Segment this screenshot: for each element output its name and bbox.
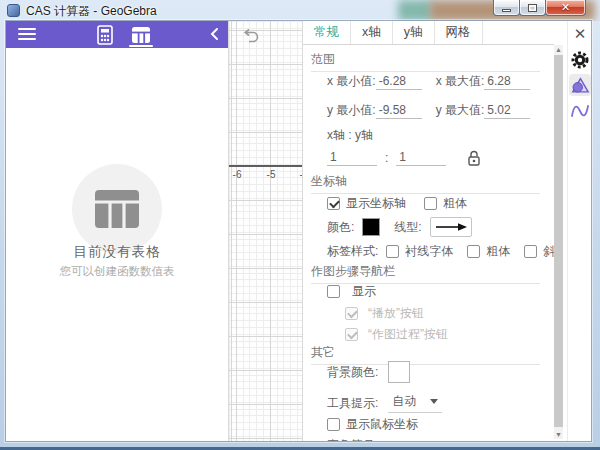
section-range: 范围 bbox=[311, 51, 540, 72]
label-bold-label: 粗体 bbox=[486, 243, 510, 260]
x-axis bbox=[229, 165, 302, 167]
serif-label: 衬线字体 bbox=[405, 243, 453, 260]
graphics-view[interactable]: -6 -5 -4 bbox=[228, 21, 302, 441]
background-color-label: 背景颜色: bbox=[327, 364, 378, 381]
cas-view-button[interactable] bbox=[92, 24, 118, 46]
y-min-label: y 最小值: bbox=[327, 102, 376, 119]
global-settings-button[interactable] bbox=[569, 49, 591, 71]
function-curve-icon bbox=[570, 101, 590, 121]
settings-tabs: 常规 x轴 y轴 网格 bbox=[303, 21, 554, 45]
close-icon: ✕ bbox=[561, 1, 570, 14]
title-bar: CAS 计算器 - GeoGebra ✕ bbox=[0, 0, 600, 21]
right-angle-value: □ bbox=[392, 439, 398, 441]
tooltip-label: 工具提示: bbox=[327, 395, 378, 412]
empty-state-circle bbox=[72, 164, 162, 254]
label-style-label: 标签样式: bbox=[327, 243, 378, 260]
label-bold-checkbox[interactable] bbox=[467, 245, 480, 258]
scroll-down-arrow[interactable]: ▼ bbox=[554, 430, 563, 439]
view-header-bar bbox=[6, 21, 228, 48]
y-max-input[interactable]: 5.02 bbox=[484, 103, 530, 119]
right-angle-dropdown[interactable]: □ bbox=[388, 439, 424, 441]
dropdown-arrow-icon bbox=[430, 399, 438, 404]
axes-color-swatch[interactable] bbox=[362, 218, 380, 236]
x-max-label: x 最大值: bbox=[436, 73, 485, 90]
undo-icon bbox=[241, 28, 259, 43]
table-icon bbox=[131, 26, 151, 44]
lock-ratio-button[interactable] bbox=[466, 149, 482, 167]
settings-panel: 常规 x轴 y轴 网格 范围 x 最小值: -6.28 x 最大值: 6.28 … bbox=[302, 21, 554, 441]
mouse-coords-checkbox[interactable] bbox=[327, 418, 340, 431]
maximize-button[interactable] bbox=[519, 0, 546, 16]
scroll-up-arrow[interactable]: ▲ bbox=[554, 45, 563, 54]
empty-state-title: 目前没有表格 bbox=[6, 243, 228, 261]
close-settings-button[interactable]: ✕ bbox=[569, 23, 591, 45]
play-button-label: “播放”按钮 bbox=[368, 305, 424, 322]
section-navigation-bar: 作图步骤导航栏 bbox=[311, 263, 540, 284]
tab-grid[interactable]: 网格 bbox=[435, 21, 483, 44]
tooltip-value: 自动 bbox=[392, 393, 416, 410]
desktop-glass-blur bbox=[398, 0, 432, 21]
chevron-left-icon bbox=[209, 27, 219, 41]
collapse-panel-button[interactable] bbox=[209, 27, 223, 43]
mouse-coords-label: 显示鼠标坐标 bbox=[346, 416, 418, 433]
tab-general[interactable]: 常规 bbox=[303, 21, 351, 44]
play-button-checkbox bbox=[345, 307, 358, 320]
right-angle-label: 直角符号: bbox=[327, 437, 378, 441]
ratio-x-input[interactable]: 1 bbox=[327, 150, 377, 166]
calculator-icon bbox=[97, 25, 113, 45]
background-color-swatch[interactable] bbox=[388, 361, 410, 383]
show-navbar-checkbox[interactable] bbox=[327, 285, 340, 298]
axes-bold-checkbox[interactable] bbox=[424, 197, 437, 210]
label-italic-label: 斜体 bbox=[543, 243, 554, 260]
app-icon bbox=[7, 4, 20, 17]
table-view-panel: 目前没有表格 您可以创建函数数值表 bbox=[6, 21, 228, 441]
scrollbar-thumb[interactable] bbox=[554, 55, 563, 427]
x-min-input[interactable]: -6.28 bbox=[376, 74, 422, 90]
minimize-icon bbox=[502, 9, 511, 12]
serif-checkbox[interactable] bbox=[386, 245, 399, 258]
tab-y-axis[interactable]: y轴 bbox=[393, 21, 435, 44]
function-tools-button[interactable] bbox=[569, 100, 591, 122]
x-max-input[interactable]: 6.28 bbox=[484, 74, 530, 90]
active-view-indicator bbox=[129, 45, 153, 47]
table-icon bbox=[94, 189, 140, 229]
label-italic-checkbox[interactable] bbox=[524, 245, 537, 258]
ratio-y-input[interactable]: 1 bbox=[396, 150, 446, 166]
protocol-button-checkbox bbox=[345, 328, 358, 341]
show-axes-label: 显示坐标轴 bbox=[346, 195, 406, 212]
axis-ratio-label: x轴 : y轴 bbox=[327, 127, 373, 144]
show-navbar-label: 显示 bbox=[352, 283, 376, 300]
axes-color-label: 颜色: bbox=[327, 219, 354, 236]
x-axis-tick-label: -6 bbox=[233, 169, 242, 180]
settings-scrollbar[interactable]: ▲ ▼ bbox=[554, 45, 563, 439]
window-client-area: 目前没有表格 您可以创建函数数值表 -6 -5 -4 常规 x轴 y轴 网格 范… bbox=[6, 21, 591, 441]
protocol-button-label: “作图过程”按钮 bbox=[368, 326, 448, 343]
graphics-settings-button[interactable] bbox=[569, 74, 591, 96]
y-max-label: y 最大值: bbox=[436, 102, 485, 119]
line-style-dropdown[interactable] bbox=[430, 217, 472, 237]
y-min-input[interactable]: -9.58 bbox=[376, 103, 422, 119]
undo-button[interactable] bbox=[241, 28, 259, 47]
table-view-button[interactable] bbox=[128, 24, 154, 46]
x-min-label: x 最小值: bbox=[327, 73, 376, 90]
minimize-button[interactable] bbox=[493, 0, 520, 16]
arrow-line-style-icon bbox=[434, 221, 468, 233]
line-style-label: 线型: bbox=[394, 219, 421, 236]
empty-state-subtitle: 您可以创建函数数值表 bbox=[6, 264, 228, 279]
right-toolbar: ✕ bbox=[567, 21, 591, 441]
show-axes-checkbox[interactable] bbox=[327, 197, 340, 210]
window-title: CAS 计算器 - GeoGebra bbox=[26, 3, 157, 20]
section-axes: 坐标轴 bbox=[311, 173, 540, 194]
gear-icon bbox=[570, 50, 590, 70]
window-close-button[interactable]: ✕ bbox=[545, 0, 586, 16]
graphics-view-icon bbox=[570, 75, 590, 95]
maximize-icon bbox=[528, 4, 537, 12]
axes-bold-label: 粗体 bbox=[443, 195, 467, 212]
menu-button[interactable] bbox=[18, 28, 36, 41]
tooltip-dropdown[interactable]: 自动 bbox=[388, 393, 442, 413]
tab-x-axis[interactable]: x轴 bbox=[351, 21, 393, 44]
ratio-separator: : bbox=[385, 151, 388, 165]
unlock-icon bbox=[466, 149, 482, 167]
x-axis-tick-label: -5 bbox=[267, 169, 276, 180]
